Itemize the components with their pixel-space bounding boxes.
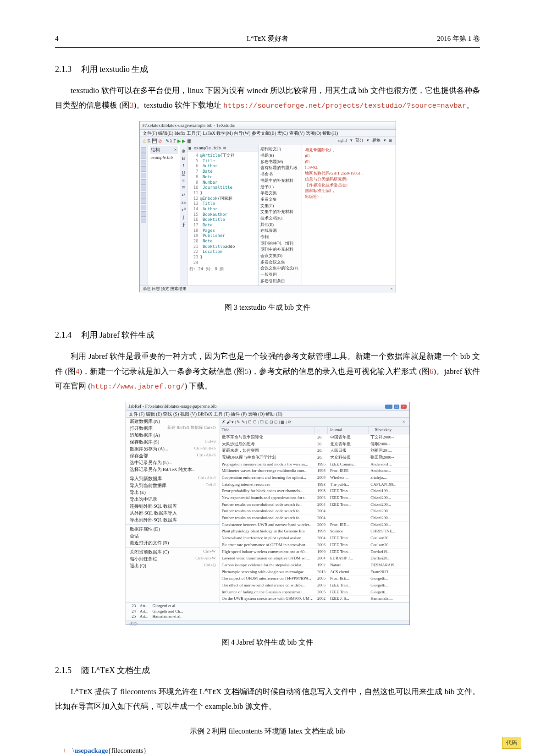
- texstudio-screenshot: F:\xelatex\biblatex-usage\example.bib - …: [139, 121, 396, 292]
- col-bibtexkey[interactable]: ... Bibtexkey: [369, 427, 409, 434]
- section-213-title: 2.1.3 利用 texstudio 生成: [55, 61, 480, 77]
- file-menu-dropdown[interactable]: 新建数据库 (N)打开数据库新建 BibTeX 数据库 Ctrl+O追加数据库 …: [126, 418, 220, 603]
- entries-table[interactable]: ✗ 🖌 ▾ | ✎ ✎ | 🗋 🗋 | ☐ ⊡ ⊡ ⊡ | ▦ | ⟳ × Ti…: [220, 418, 409, 603]
- page-header: 4 LᴬTᴇX 爱好者 2016 年第 1 卷: [55, 32, 480, 48]
- window-title: JabRef - F:\xelatex\biblatex-usage\paper…: [126, 402, 409, 411]
- section-215-title: 2.1.5 随 LᴬTᴇX 文档生成: [55, 663, 480, 678]
- section-heading: 利用 texstudio 生成: [81, 65, 149, 74]
- section-heading: 随 LᴬTᴇX 文档生成: [81, 666, 150, 675]
- figure-4-caption: 图 4 Jabref 软件生成 bib 文件: [55, 635, 480, 649]
- close-icon[interactable]: ×: [174, 147, 177, 153]
- fig-ref-4[interactable]: 4: [76, 367, 80, 376]
- section-number: 2.1.4: [55, 330, 72, 340]
- figure-3-caption: 图 3 texstudio 生成 bib 文件: [55, 301, 480, 314]
- section-heading: 利用 Jabref 软件生成: [81, 330, 155, 340]
- col-journal[interactable]: Journal: [328, 427, 369, 434]
- section-215-para: LᴬTᴇX 提供了 filecontents 环境允许在 LᴬTᴇX 文档编译的…: [55, 685, 480, 714]
- toolbar[interactable]: ◎ ⎘ 💾 ⊘ ✎ λ Γ ▶ ▶ ▦ right) ▾ 部分 ▾ 标签 ▾ ⊞: [140, 137, 396, 145]
- col-title[interactable]: Title: [220, 427, 315, 434]
- page-number: 4: [55, 32, 59, 45]
- section-number: 2.1.5: [55, 666, 72, 675]
- close-icon[interactable]: ×: [400, 419, 408, 425]
- fig-ref-6[interactable]: 6: [430, 367, 434, 376]
- figure-4: JabRef - F:\xelatex\biblatex-usage\paper…: [55, 402, 480, 630]
- structure-file[interactable]: example.bib: [150, 153, 178, 161]
- preview-pane: 与竞争国际化}，)0}，)5}}.59-92,地区名称代码 GB/T 2659-…: [302, 145, 396, 285]
- status-bar: 消息 日志 预览 搜索结果×: [140, 285, 396, 292]
- code-badge: 代码: [502, 737, 521, 749]
- figure-3: F:\xelatex\biblatex-usage\example.bib - …: [55, 121, 480, 295]
- code-listing: 代码 1\usepackage{filecontents}2\begin{fil…: [55, 742, 480, 756]
- jabref-url[interactable]: http://www.jabref.org/: [91, 383, 185, 391]
- left-iconbar[interactable]: [140, 145, 148, 285]
- symbol-bar[interactable]: ⊕BIU≡≣↵x₀x⁰∫∮: [180, 145, 188, 285]
- section-214-title: 2.1.4 利用 Jabref 软件生成: [55, 327, 480, 343]
- texstudio-url[interactable]: https://sourceforge.net/projects/texstud…: [223, 102, 466, 110]
- window-title: F:\xelatex\biblatex-usage\example.bib - …: [140, 121, 396, 130]
- listing-title: 示例 2 利用 filecontents 环境随 latex 文档生成 bib: [55, 724, 480, 738]
- menubar[interactable]: 文件 (F) 编辑 (E) 查找 (S) 视图 (V) BibTeX 工具 (T…: [126, 411, 409, 418]
- header-issue: 2016 年第 1 卷: [437, 32, 480, 45]
- bib-type-menu[interactable]: 期刊论文(J)书题(B)多卷书题(M)含有标题的书题片段书命书书题中的补充材料册…: [259, 145, 302, 285]
- jabref-screenshot: JabRef - F:\xelatex\biblatex-usage\paper…: [126, 402, 410, 625]
- code-editor[interactable]: ▦ example.bib ⊠ 4@Article{丁文祥5 Title6 Au…: [188, 145, 259, 285]
- section-214-para: 利用 Jabref 软件是最重要的一种方式，因为它也是一个较强的参考文献管理工具…: [55, 349, 480, 394]
- fig-ref-5[interactable]: 5: [245, 367, 249, 376]
- col-year[interactable]: ...: [315, 427, 328, 434]
- menubar[interactable]: 文件(F) 编辑(E) Idefix 工具(T) LaTeX 数学(M) 向导(…: [140, 130, 396, 137]
- header-title: LᴬTᴇX 爱好者: [247, 32, 288, 45]
- section-213-para: texstudio 软件可以在多平台使用，linux 下因为没有 winedt …: [55, 83, 480, 113]
- section-number: 2.1.3: [55, 65, 72, 74]
- status-bar: 状态:: [126, 620, 409, 625]
- structure-panel: 结构× example.bib: [148, 145, 180, 285]
